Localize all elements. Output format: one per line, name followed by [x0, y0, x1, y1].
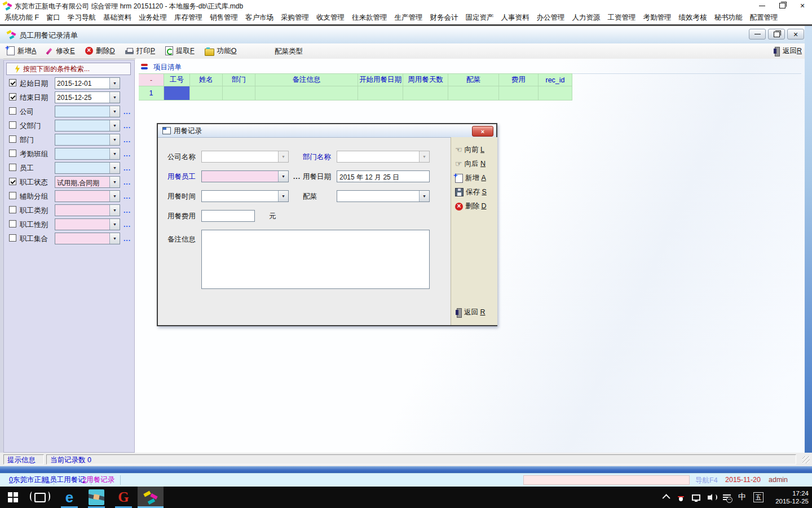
start-button[interactable] — [0, 487, 26, 508]
checkbox[interactable] — [9, 150, 16, 157]
toolbar-button-P[interactable]: 打印P — [125, 46, 155, 56]
meal-fee-input[interactable] — [201, 210, 255, 222]
dialog-button-L[interactable]: ☜向前 L — [455, 145, 484, 155]
menu-item[interactable]: 办公管理 — [537, 13, 565, 23]
menu-item[interactable]: 固定资产 — [466, 13, 494, 23]
menu-item[interactable]: 学习导航 — [68, 13, 96, 23]
toolbar-button-E[interactable]: 修改E — [46, 46, 74, 56]
menu-item[interactable]: 人力资源 — [572, 13, 601, 23]
menu-item[interactable]: 人事资料 — [501, 13, 529, 23]
more-button[interactable]: ... — [123, 108, 131, 116]
search-combo[interactable]: ▼ — [55, 162, 120, 174]
more-button[interactable]: ... — [123, 150, 131, 158]
taskbar-edge-button[interactable]: e — [56, 487, 82, 508]
menu-item[interactable]: 生产管理 — [395, 13, 423, 23]
more-button[interactable]: ... — [123, 122, 131, 130]
volume-icon[interactable] — [708, 496, 711, 500]
checkbox[interactable] — [9, 234, 16, 242]
dish-combo[interactable]: ▼ — [337, 190, 430, 202]
grid-header-cell[interactable]: 费用 — [499, 73, 539, 86]
checkbox[interactable] — [9, 164, 16, 171]
menu-item[interactable]: 系统功能 F — [5, 13, 39, 23]
grid-header-cell[interactable]: rec_id — [539, 73, 572, 86]
menu-item[interactable]: 秘书功能 — [714, 13, 743, 23]
network-icon[interactable] — [692, 494, 700, 501]
search-combo[interactable]: ▼ — [55, 120, 120, 132]
more-button[interactable]: ... — [123, 178, 131, 186]
dialog-close-button[interactable]: × — [472, 126, 493, 137]
grid-cell[interactable] — [358, 86, 403, 100]
notification-icon[interactable] — [723, 494, 731, 501]
meal-time-combo[interactable]: ▼ — [201, 190, 289, 202]
checkbox[interactable] — [9, 121, 16, 129]
dialog-button-S[interactable]: 保存 S — [455, 187, 487, 197]
child-close-button[interactable]: × — [787, 29, 804, 40]
dialog-button-A[interactable]: 新增 A — [455, 173, 486, 183]
meal-date-input[interactable]: 2015 年 12 月 25 日 — [337, 170, 430, 182]
search-combo[interactable]: 2015-12-01▼ — [55, 77, 120, 89]
more-button[interactable]: ... — [123, 192, 131, 200]
dialog-button-D[interactable]: 删除 D — [455, 202, 487, 211]
checkbox[interactable] — [9, 79, 16, 86]
more-button[interactable]: ... — [123, 164, 131, 172]
grid-cell[interactable] — [190, 86, 223, 100]
toolbar-button-O[interactable]: 功能O — [205, 46, 237, 56]
grid-cell[interactable] — [539, 86, 572, 100]
task-view-button[interactable] — [27, 487, 53, 508]
menu-item[interactable]: 基础资料 — [103, 13, 131, 23]
checkbox[interactable] — [9, 135, 16, 143]
grid-header-cell[interactable]: - — [139, 73, 164, 86]
search-combo[interactable]: ▼ — [55, 106, 120, 117]
grid-header-cell[interactable]: 部门 — [223, 73, 255, 86]
return-button[interactable]: 返回R — [773, 46, 802, 56]
dialog-button-N[interactable]: ☞向后 N — [455, 159, 486, 169]
checkbox[interactable] — [9, 178, 16, 185]
child-restore-button[interactable] — [768, 29, 785, 40]
grid-cell[interactable] — [403, 86, 448, 100]
menu-item[interactable]: 销售管理 — [210, 13, 238, 23]
toolbar-button-D[interactable]: 删除D — [85, 46, 115, 56]
taskbar-g-app-button[interactable]: G — [111, 487, 136, 508]
menu-item[interactable]: 配置管理 — [750, 13, 778, 23]
search-combo[interactable]: ▼ — [55, 204, 120, 216]
nav-f4-label[interactable]: 导航F4 — [695, 476, 718, 485]
grid-cell[interactable] — [448, 86, 499, 100]
grid-cell[interactable] — [499, 86, 539, 100]
grid-cell[interactable]: 1 — [139, 86, 164, 100]
checkbox[interactable] — [9, 206, 16, 213]
more-button[interactable]: ... — [123, 221, 131, 229]
ime-language-indicator[interactable]: 中 — [738, 492, 746, 502]
search-combo[interactable]: ▼ — [55, 190, 120, 202]
taskbar-clock[interactable]: 17:24 2015-12-25 — [775, 489, 809, 505]
checkbox[interactable] — [9, 192, 16, 199]
resize-grip[interactable] — [802, 456, 810, 463]
tray-expand-icon[interactable] — [663, 494, 670, 502]
menu-item[interactable]: 考勤管理 — [643, 13, 672, 23]
grid-header-cell[interactable]: 开始用餐日期 — [358, 73, 403, 86]
qq-icon[interactable] — [677, 493, 685, 502]
note-textarea[interactable] — [201, 230, 430, 289]
menu-item[interactable]: 客户市场 — [245, 13, 273, 23]
checkbox[interactable] — [9, 93, 16, 100]
grid-cell[interactable] — [164, 86, 190, 100]
grid-cell[interactable] — [223, 86, 255, 100]
search-combo[interactable]: ▼ — [55, 134, 120, 146]
toolbar-button-F[interactable]: 提取F — [165, 46, 195, 56]
more-button[interactable]: ... — [123, 207, 131, 214]
window-close-button[interactable]: × — [793, 0, 812, 11]
search-combo[interactable]: ▼ — [55, 218, 120, 230]
window-minimize-button[interactable] — [752, 0, 771, 11]
app-window-item[interactable]: 2用餐记录 — [77, 475, 121, 485]
dialog-return-button[interactable]: 返回 R — [455, 308, 486, 317]
grid-header-cell[interactable]: 周用餐天数 — [403, 73, 448, 86]
grid-header-cell[interactable]: 姓名 — [190, 73, 223, 86]
menu-item[interactable]: 业务处理 — [139, 13, 167, 23]
more-button[interactable]: ... — [123, 235, 131, 243]
search-combo[interactable]: ▼ — [55, 233, 120, 244]
taskbar-hrm-app-button[interactable] — [138, 487, 164, 508]
search-combo[interactable]: 试用期,合同期▼ — [55, 176, 120, 188]
child-minimize-button[interactable] — [749, 29, 766, 40]
menu-item[interactable]: 库存管理 — [174, 13, 202, 23]
taskbar-meeting-app-button[interactable] — [83, 487, 109, 508]
employee-combo[interactable]: ▼ — [201, 170, 289, 182]
